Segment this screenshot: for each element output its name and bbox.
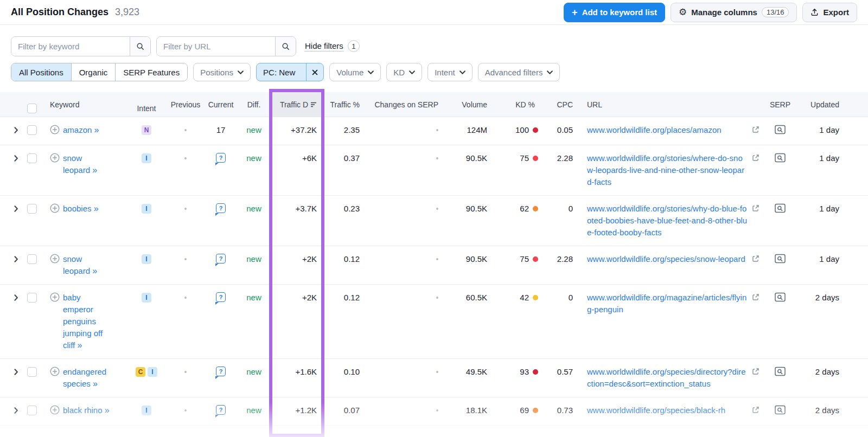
- filter-chip-advanced-filters[interactable]: Advanced filters: [478, 63, 560, 81]
- serp-cell: [764, 117, 796, 142]
- keyword-link[interactable]: boobies »: [63, 203, 111, 215]
- external-link-icon[interactable]: [752, 406, 760, 414]
- no-previous-dot: [184, 371, 187, 373]
- filter-bar: Hide filters 1: [0, 36, 868, 56]
- expand-chevron-icon[interactable]: [14, 369, 18, 375]
- header-keyword[interactable]: Keyword: [46, 92, 125, 117]
- keyword-link[interactable]: baby emperor penguins jumping off cliff …: [63, 292, 111, 351]
- add-keyword-icon[interactable]: [50, 125, 60, 134]
- keyword-filter-input[interactable]: [11, 37, 130, 56]
- add-keyword-icon[interactable]: [50, 292, 60, 302]
- url-link[interactable]: www.worldwildlife.org/magazine/articles/…: [587, 292, 748, 316]
- expand-chevron-icon[interactable]: [14, 256, 18, 262]
- add-keyword-icon[interactable]: [50, 367, 60, 376]
- serp-preview-icon[interactable]: [775, 292, 786, 302]
- row-checkbox[interactable]: [27, 406, 37, 415]
- expand-chevron-icon[interactable]: [14, 407, 18, 414]
- expand-chevron-icon[interactable]: [14, 155, 18, 162]
- add-keyword-icon[interactable]: [50, 153, 60, 163]
- external-link-icon[interactable]: [752, 126, 760, 133]
- external-link-icon[interactable]: [752, 204, 760, 212]
- keyword-link[interactable]: endangered species »: [63, 366, 111, 390]
- serp-preview-icon[interactable]: [775, 125, 786, 134]
- keyword-link[interactable]: black rhino »: [63, 404, 111, 416]
- hide-filters-link[interactable]: Hide filters: [305, 41, 343, 52]
- add-keyword-icon[interactable]: [50, 254, 60, 264]
- url-link[interactable]: www.worldwildlife.org/species/snow-leopa…: [587, 253, 745, 265]
- kd-value: 75: [520, 253, 529, 265]
- expand-chevron-icon[interactable]: [14, 294, 18, 301]
- serp-preview-icon[interactable]: [775, 203, 786, 213]
- header-url[interactable]: URL: [578, 92, 764, 117]
- url-search-button[interactable]: [275, 37, 296, 56]
- external-link-icon[interactable]: [752, 368, 760, 375]
- chevron-down-icon: [409, 70, 415, 74]
- keyword-link[interactable]: snow leopard »: [63, 253, 111, 277]
- row-checkbox[interactable]: [27, 125, 37, 135]
- header-traffic-diff[interactable]: Traffic D: [269, 92, 324, 117]
- filter-chip-positions[interactable]: Positions: [193, 63, 251, 81]
- url-link[interactable]: www.worldwildlife.org/places/amazon: [587, 124, 722, 136]
- filter-chip-kd[interactable]: KD: [386, 63, 422, 81]
- position-tab-serp-features[interactable]: SERP Features: [115, 63, 187, 81]
- keyword-search-button[interactable]: [130, 37, 150, 56]
- header-kd[interactable]: KD %: [492, 92, 540, 117]
- url-link[interactable]: www.worldwildlife.org/species/black-rh: [587, 404, 725, 416]
- previous-cell: [168, 145, 203, 166]
- serp-preview-icon[interactable]: [775, 367, 786, 376]
- header-previous[interactable]: Previous: [168, 92, 203, 117]
- serp-preview-icon[interactable]: [775, 254, 786, 264]
- no-previous-dot: [184, 409, 187, 412]
- row-checkbox[interactable]: [27, 153, 37, 163]
- url-link[interactable]: www.worldwildlife.org/stories/why-do-blu…: [587, 203, 748, 239]
- filter-chip-pc-new[interactable]: PC: New: [256, 63, 324, 81]
- serp-preview-icon[interactable]: [775, 405, 786, 415]
- serp-feature-question-icon: ?: [216, 405, 226, 415]
- row-checkbox[interactable]: [27, 204, 37, 214]
- traffic-diff-value: +3.7K: [295, 203, 317, 215]
- serp-cell: [764, 397, 796, 422]
- volume-cell: 49.5K: [445, 359, 492, 385]
- expand-chevron-icon[interactable]: [14, 205, 18, 212]
- header-traffic-pct[interactable]: Traffic %: [324, 92, 368, 117]
- url-link[interactable]: www.worldwildlife.org/species/directory?…: [587, 366, 748, 390]
- header-intent[interactable]: Intent: [125, 92, 168, 117]
- url-link[interactable]: www.worldwildlife.org/stories/where-do-s…: [587, 152, 748, 188]
- header-serp[interactable]: SERP: [764, 92, 796, 117]
- select-all-checkbox[interactable]: [27, 104, 37, 113]
- header-changes-on-serp[interactable]: Changes on SERP: [368, 92, 445, 117]
- header-diff[interactable]: Diff.: [239, 92, 269, 117]
- current-cell: 17: [203, 117, 239, 143]
- add-keyword-icon[interactable]: [50, 203, 60, 213]
- header-current[interactable]: Current: [203, 92, 239, 117]
- row-checkbox[interactable]: [27, 254, 37, 264]
- filter-chip-volume[interactable]: Volume: [329, 63, 381, 81]
- updated-cell: 1 day: [796, 117, 848, 143]
- header-updated[interactable]: Updated: [796, 92, 848, 117]
- external-link-icon[interactable]: [752, 293, 760, 301]
- row-checkbox[interactable]: [27, 367, 37, 377]
- add-keyword-icon[interactable]: [50, 405, 60, 415]
- previous-cell: [168, 196, 203, 217]
- position-tab-organic[interactable]: Organic: [71, 63, 116, 81]
- keyword-link[interactable]: amazon »: [63, 124, 111, 136]
- header-volume[interactable]: Volume: [445, 92, 492, 117]
- row-checkbox[interactable]: [27, 293, 37, 303]
- add-to-keyword-list-button[interactable]: + Add to keyword list: [564, 3, 665, 22]
- header-cpc[interactable]: CPC: [540, 92, 578, 117]
- filter-chip-intent[interactable]: Intent: [427, 63, 473, 81]
- url-filter-input[interactable]: [157, 37, 275, 56]
- expand-cell: [11, 145, 27, 169]
- manage-columns-button[interactable]: ⚙ Manage columns 13/16: [671, 3, 797, 22]
- external-link-icon[interactable]: [752, 154, 760, 162]
- serp-preview-icon[interactable]: [775, 153, 786, 163]
- expand-chevron-icon[interactable]: [14, 127, 18, 133]
- remove-filter-button[interactable]: [306, 63, 323, 81]
- keyword-link[interactable]: snow leopard »: [63, 152, 111, 176]
- external-link-icon[interactable]: [752, 255, 760, 262]
- current-cell: ?: [203, 145, 239, 170]
- traffic-diff-value: +2K: [302, 253, 317, 265]
- kd-value: 100: [515, 124, 529, 136]
- export-button[interactable]: Export: [802, 3, 857, 22]
- position-tab-all-positions[interactable]: All Positions: [11, 63, 71, 81]
